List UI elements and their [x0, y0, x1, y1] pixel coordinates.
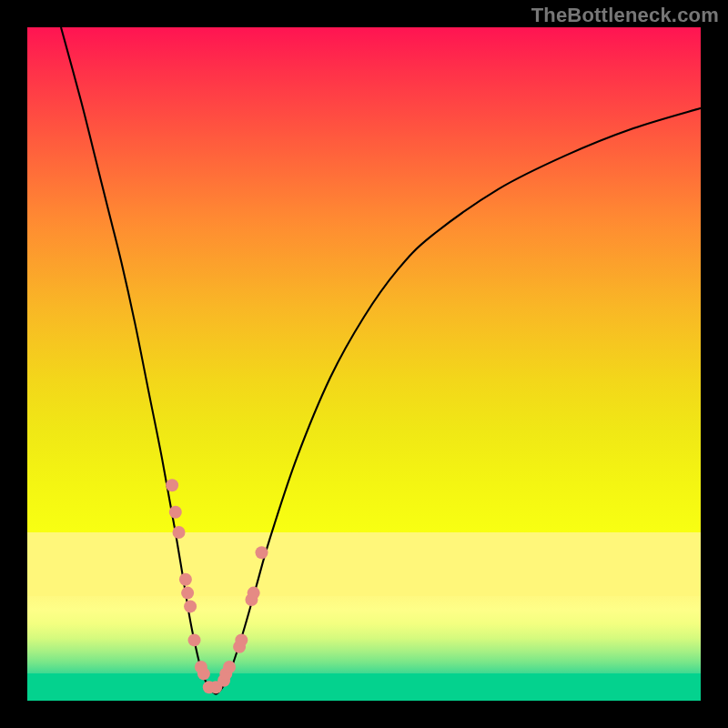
data-dot [235, 633, 248, 646]
data-dot [166, 479, 178, 491]
data-dot [173, 526, 186, 539]
data-dot [184, 600, 197, 612]
data-dot [256, 546, 268, 559]
bottleneck-curve [61, 27, 701, 694]
chart-overlay [27, 27, 701, 701]
data-dot [223, 661, 236, 673]
data-dot [179, 573, 192, 586]
data-dot [197, 667, 210, 680]
data-dots-group [166, 479, 268, 693]
chart-stage: TheBottleneck.com [0, 0, 728, 728]
data-dot [188, 633, 201, 646]
data-dot [169, 506, 182, 519]
data-dot [248, 587, 260, 600]
data-dot [181, 587, 194, 600]
watermark-text: TheBottleneck.com [531, 4, 719, 27]
